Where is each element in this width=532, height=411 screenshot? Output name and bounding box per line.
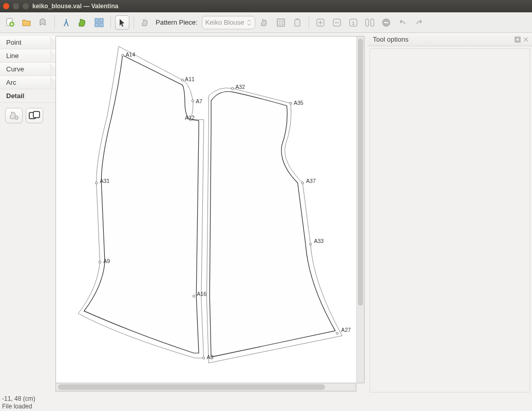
pattern-point-a7[interactable]	[192, 100, 194, 102]
config-piece-button[interactable]	[257, 15, 272, 30]
svg-rect-13	[366, 19, 369, 26]
pattern-point-a11[interactable]	[181, 79, 183, 81]
compass-icon	[61, 17, 71, 28]
svg-rect-5	[100, 23, 103, 27]
svg-rect-2	[95, 18, 99, 22]
pattern-point-label-a3: A3	[206, 354, 213, 360]
svg-rect-7	[295, 20, 300, 26]
pattern-point-label-a16: A16	[197, 291, 206, 297]
plus-box-icon	[316, 18, 325, 27]
horizontal-scroll-thumb[interactable]	[58, 384, 325, 390]
layout-grid-icon	[94, 17, 104, 28]
pattern-point-label-a9: A9	[103, 258, 110, 264]
new-file-button[interactable]	[3, 15, 17, 30]
union-tool[interactable]	[26, 108, 43, 123]
pattern-point-label-a27: A27	[341, 327, 351, 333]
open-file-button[interactable]	[20, 15, 34, 30]
redo-button[interactable]	[412, 15, 426, 30]
sidebar-tab-curve[interactable]: Curve	[0, 63, 55, 76]
clipboard-icon	[293, 18, 302, 27]
vertical-scroll-thumb[interactable]	[358, 39, 363, 306]
zoom-original-button[interactable]: 1	[346, 15, 360, 30]
detail-mode-button[interactable]	[75, 15, 90, 30]
zoom-in-button[interactable]	[313, 15, 328, 30]
stop-button[interactable]	[379, 15, 393, 30]
stop-icon	[382, 18, 391, 27]
pattern-point-label-a32: A32	[235, 84, 245, 90]
toolbar-separator	[110, 16, 111, 29]
svg-rect-16	[384, 22, 388, 23]
save-icon	[38, 17, 48, 28]
minus-box-icon	[333, 18, 341, 27]
tool-options-header: Tool options	[368, 33, 532, 46]
folder-open-icon	[22, 17, 32, 28]
drawing-canvas[interactable]: A14A11A7A12A31A9A16A3A32A35A37A33A27	[55, 36, 356, 383]
window-maximize-button[interactable]	[23, 3, 29, 9]
pattern-point-a31[interactable]	[96, 182, 98, 184]
tool-options-title: Tool options	[373, 35, 408, 43]
sidebar-tab-line[interactable]: Line	[0, 49, 55, 63]
save-file-button[interactable]	[36, 15, 50, 30]
detail-tools	[0, 103, 55, 123]
horizontal-scrollbar[interactable]	[55, 383, 356, 391]
sidebar-tab-point[interactable]: Point	[0, 36, 55, 49]
pattern-point-label-a33: A33	[314, 238, 324, 244]
one-box-icon: 1	[349, 18, 357, 27]
pattern-point-a32[interactable]	[231, 87, 233, 89]
sidebar-tab-detail[interactable]: Detail	[0, 89, 55, 103]
cursor-icon	[118, 18, 127, 27]
layout-mode-button[interactable]	[92, 15, 106, 30]
main-toolbar: Pattern Piece: Keiko Blouse 1	[0, 12, 532, 33]
pointer-tool-button[interactable]	[115, 15, 129, 30]
pattern-point-a27[interactable]	[336, 332, 338, 334]
pattern-point-a9[interactable]	[99, 261, 101, 263]
undock-icon[interactable]	[515, 36, 521, 43]
pattern-point-a35[interactable]	[290, 102, 292, 104]
svg-rect-6	[277, 19, 284, 26]
fit-icon	[365, 18, 374, 27]
redo-icon	[414, 18, 424, 27]
piece-add-icon	[141, 18, 150, 27]
svg-rect-8	[296, 18, 299, 20]
titlebar: keiko_blouse.val — Valentina	[0, 0, 532, 12]
pattern-point-a3[interactable]	[203, 357, 205, 359]
pattern-point-label-a7: A7	[196, 98, 202, 104]
toolbar-separator	[54, 16, 55, 29]
pattern-point-label-a31: A31	[100, 178, 109, 184]
svg-rect-3	[100, 18, 103, 22]
piece-gear-icon	[260, 18, 269, 27]
status-message: File loaded	[2, 403, 532, 410]
table-button[interactable]	[274, 15, 288, 30]
pattern-point-a33[interactable]	[310, 243, 312, 245]
pattern-point-label-a35: A35	[294, 100, 303, 106]
svg-rect-14	[371, 19, 374, 26]
toolbar-separator	[309, 16, 309, 29]
canvas-wrap: A14A11A7A12A31A9A16A3A32A35A37A33A27	[55, 33, 368, 395]
clipboard-button[interactable]	[290, 15, 305, 30]
vertical-scrollbar[interactable]	[356, 36, 365, 383]
undo-button[interactable]	[395, 15, 410, 30]
piece-plus-icon	[9, 111, 19, 120]
tool-options-panel: Tool options	[368, 33, 532, 395]
pattern-piece-icon	[78, 17, 88, 28]
new-pattern-piece-button[interactable]	[138, 15, 153, 30]
seam-allowance-tool[interactable]	[5, 108, 23, 123]
window-minimize-button[interactable]	[13, 3, 19, 9]
pattern-point-label-a14: A14	[126, 51, 136, 58]
zoom-out-button[interactable]	[330, 15, 344, 30]
pattern-piece-selector[interactable]: Keiko Blouse	[202, 16, 255, 29]
close-panel-icon[interactable]	[523, 36, 529, 43]
svg-rect-4	[95, 23, 99, 27]
pattern-piece-label: Pattern Piece:	[156, 18, 198, 26]
draw-mode-button[interactable]	[59, 15, 73, 30]
undo-icon	[398, 18, 407, 27]
pattern-point-a37[interactable]	[301, 182, 303, 184]
pattern-point-a14[interactable]	[122, 54, 124, 56]
document-plus-icon	[5, 17, 15, 28]
union-icon	[29, 111, 40, 120]
status-bar: -11, 48 (cm) File loaded	[0, 395, 532, 411]
sidebar-tab-arc[interactable]: Arc	[0, 76, 55, 89]
pattern-point-a16[interactable]	[193, 295, 195, 297]
window-close-button[interactable]	[3, 3, 9, 9]
zoom-fit-button[interactable]	[363, 15, 377, 30]
